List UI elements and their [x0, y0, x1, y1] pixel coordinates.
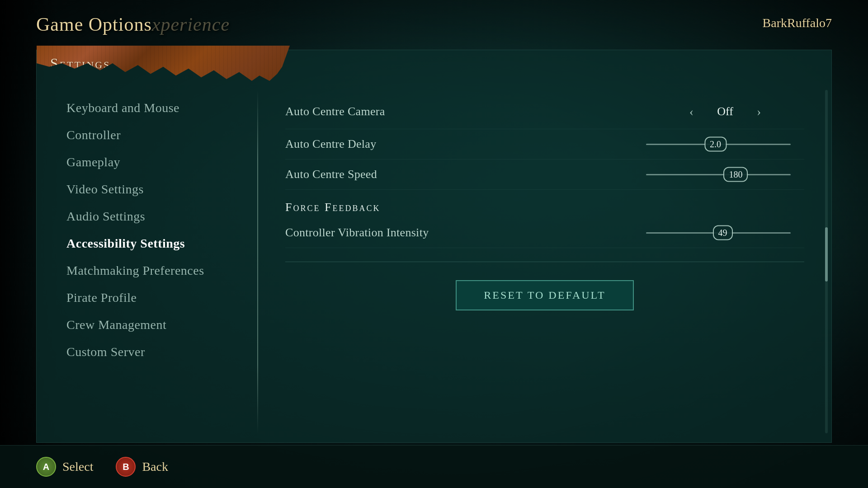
- setting-row-auto-centre-delay: Auto Centre Delay 2.0: [285, 129, 804, 160]
- btn-hint-back: B Back: [116, 457, 168, 477]
- sidebar-item-pirate-profile[interactable]: Pirate Profile: [59, 284, 249, 311]
- btn-b-icon: B: [116, 457, 136, 477]
- sidebar-item-accessibility-settings[interactable]: Accessibility Settings: [59, 230, 249, 257]
- sidebar-item-video-settings[interactable]: Video Settings: [59, 176, 249, 203]
- scrollbar[interactable]: [825, 90, 828, 433]
- btn-a-icon: A: [36, 457, 56, 477]
- sidebar-item-gameplay[interactable]: Gameplay: [59, 149, 249, 176]
- setting-label-auto-centre-speed: Auto Centre Speed: [285, 168, 646, 181]
- toggle-arrow-right-camera[interactable]: ›: [752, 103, 765, 121]
- sidebar-item-audio-settings[interactable]: Audio Settings: [59, 203, 249, 230]
- btn-back-label: Back: [142, 460, 168, 474]
- btn-hint-select: A Select: [36, 457, 93, 477]
- title-main: Game Options: [36, 14, 152, 35]
- settings-header-text: Settings: [50, 55, 110, 72]
- slider-track-auto-centre-delay[interactable]: 2.0: [646, 144, 791, 145]
- bottom-bar: A Select B Back: [0, 445, 868, 488]
- slider-container-auto-centre-speed: 180: [646, 174, 804, 175]
- sidebar-item-custom-server[interactable]: Custom Server: [59, 338, 249, 366]
- setting-label-auto-centre-delay: Auto Centre Delay: [285, 137, 646, 151]
- btn-select-label: Select: [62, 460, 93, 474]
- toggle-control-auto-centre-camera: ‹ Off ›: [646, 103, 804, 121]
- right-panel: Auto Centre Camera ‹ Off › Auto Centre D…: [258, 81, 831, 442]
- setting-row-controller-vibration: Controller Vibration Intensity 49: [285, 218, 804, 248]
- toggle-value-camera: Off: [707, 105, 743, 118]
- slider-thumb-auto-centre-delay: 2.0: [704, 137, 726, 152]
- slider-thumb-controller-vibration: 49: [713, 225, 733, 240]
- toggle-arrow-left-camera[interactable]: ‹: [685, 103, 698, 121]
- sidebar-item-keyboard-mouse[interactable]: Keyboard and Mouse: [59, 94, 249, 122]
- username: BarkRuffalo7: [763, 16, 832, 30]
- panel-divider: [285, 262, 804, 262]
- section-header-force-feedback: Force Feedback: [285, 190, 804, 218]
- slider-thumb-auto-centre-speed: 180: [723, 167, 748, 182]
- slider-track-auto-centre-speed[interactable]: 180: [646, 174, 791, 175]
- slider-track-controller-vibration[interactable]: 49: [646, 232, 791, 234]
- slider-container-auto-centre-delay: 2.0: [646, 144, 804, 145]
- scrollbar-thumb: [825, 227, 828, 282]
- main-content: Game Optionsxperience BarkRuffalo7 Setti…: [0, 0, 868, 488]
- main-layout: Keyboard and Mouse Controller Gameplay V…: [37, 81, 831, 442]
- sidebar-item-matchmaking-preferences[interactable]: Matchmaking Preferences: [59, 257, 249, 284]
- setting-row-auto-centre-camera: Auto Centre Camera ‹ Off ›: [285, 94, 804, 129]
- settings-panel: Settings Keyboard and Mouse Controller G…: [36, 50, 832, 443]
- setting-row-auto-centre-speed: Auto Centre Speed 180: [285, 160, 804, 190]
- title-faded: xperience: [152, 14, 230, 35]
- page-title: Game Optionsxperience: [36, 14, 230, 35]
- setting-label-auto-centre-camera: Auto Centre Camera: [285, 105, 646, 118]
- settings-header-bar: Settings: [37, 46, 290, 81]
- sidebar-item-crew-management[interactable]: Crew Management: [59, 311, 249, 338]
- setting-label-controller-vibration: Controller Vibration Intensity: [285, 226, 646, 239]
- reset-to-default-button[interactable]: Reset to Default: [456, 280, 633, 310]
- sidebar: Keyboard and Mouse Controller Gameplay V…: [37, 81, 258, 442]
- slider-container-controller-vibration: 49: [646, 232, 804, 234]
- sidebar-item-controller[interactable]: Controller: [59, 122, 249, 149]
